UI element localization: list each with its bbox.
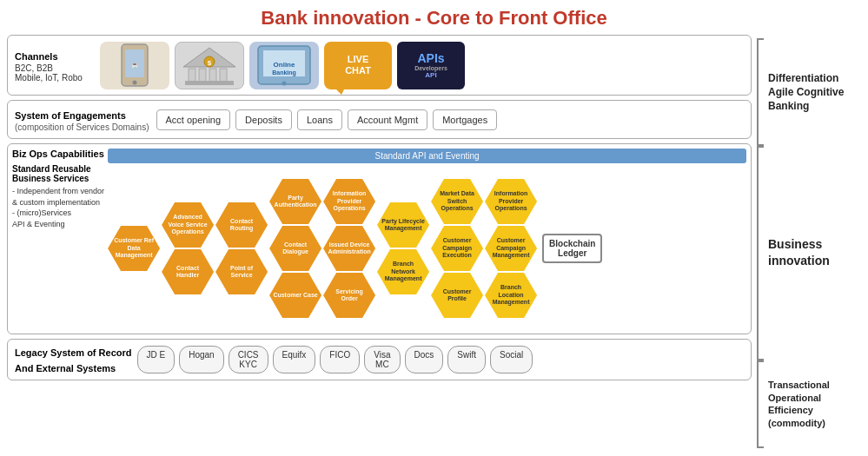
bizops-title: Biz Ops Capabilities xyxy=(12,149,104,159)
bank-building-icon: $ xyxy=(180,43,239,88)
right-labels-column: Differentiation Agile Cognitive Banking … xyxy=(757,35,861,452)
soe-item: Acct opening xyxy=(156,109,231,130)
channels-sublabel: B2C, B2BMobile, IoT, Robo xyxy=(15,63,93,83)
svg-rect-6 xyxy=(209,69,216,83)
legacy-item-hogan: Hogan xyxy=(179,346,223,373)
soe-item: Mortgages xyxy=(433,109,497,130)
business-innovation-label: Business innovation xyxy=(764,146,830,360)
hex-contact-handler: Contact Handler xyxy=(162,249,214,294)
hex-customer-case: Customer Case xyxy=(269,273,321,318)
soe-sublabel: (composition of Services Domains) xyxy=(15,122,149,132)
channel-icon-bank: $ xyxy=(175,42,244,89)
right-label-transactional: Transactional Operational Efficiency (co… xyxy=(757,360,861,448)
legacy-title: Legacy System of RecordAnd External Syst… xyxy=(15,347,132,373)
svg-text:$: $ xyxy=(208,59,212,67)
channel-icon-tablet: Online Banking xyxy=(249,42,319,89)
bizops-left-panel: Biz Ops Capabilities Standard ReusableBu… xyxy=(12,149,104,329)
hex-col-6: Party Lifecycle Management Branch Networ… xyxy=(377,202,429,294)
legacy-label: Legacy System of RecordAnd External Syst… xyxy=(15,344,132,375)
bizops-services-desc: - Independent from vendor& custom implem… xyxy=(12,186,104,229)
legacy-section: Legacy System of RecordAnd External Syst… xyxy=(7,339,752,380)
legacy-item-visa: Visa MC xyxy=(364,346,400,373)
svg-point-2 xyxy=(133,81,137,85)
legacy-item-cics: CICS KYC xyxy=(229,346,268,373)
hex-party-auth: Party Authentication xyxy=(269,179,321,224)
bizops-right-panel: Standard API and Eventing Customer Ref D… xyxy=(108,149,746,329)
hex-voice: Advanced Voice Service Operations xyxy=(162,202,214,248)
hex-col-8: Information Provider Operations Customer… xyxy=(485,179,537,318)
soe-title: System of Engagements xyxy=(15,110,126,121)
mobile-device-icon: ☕ xyxy=(118,43,151,88)
channel-icon-chat: LIVECHAT xyxy=(324,42,392,89)
hex-point-service: Point of Service xyxy=(215,249,268,294)
hex-customer-profile: Customer Profile xyxy=(431,273,483,318)
hex-branch-network: Branch Network Management xyxy=(377,249,429,294)
channel-icon-mobile: ☕ xyxy=(100,42,169,89)
bizops-services-title: Standard ReusableBusiness Services xyxy=(12,164,104,183)
svg-text:☕: ☕ xyxy=(131,61,139,69)
bizops-section: Biz Ops Capabilities Standard ReusableBu… xyxy=(7,143,752,334)
tablet-icon: Online Banking xyxy=(253,43,315,88)
legacy-item-swift: Swift xyxy=(447,346,486,373)
hex-contact-dialogue: Contact Dialogue xyxy=(269,226,321,271)
channel-icon-api: APIs Developers API xyxy=(397,42,465,89)
hex-col-5: Information Provider Operations Issued D… xyxy=(323,179,375,318)
hex-party-lifecycle: Party Lifecycle Management xyxy=(377,202,429,248)
api-bar: Standard API and Eventing xyxy=(108,149,746,163)
svg-text:Online: Online xyxy=(274,61,295,69)
svg-text:Banking: Banking xyxy=(272,69,296,76)
hex-col-4: Party Authentication Contact Dialogue Cu… xyxy=(269,179,321,318)
channels-label: Channels B2C, B2BMobile, IoT, Robo xyxy=(15,48,93,83)
channels-section: Channels B2C, B2BMobile, IoT, Robo ☕ xyxy=(7,35,752,96)
svg-rect-5 xyxy=(199,69,206,83)
legacy-item-fico: FICO xyxy=(320,346,360,373)
page-title: Bank innovation - Core to Front Office xyxy=(0,0,868,35)
blockchain-label: Blockchain Ledger xyxy=(549,239,595,258)
hex-col-2: Advanced Voice Service Operations Contac… xyxy=(162,202,214,294)
transactional-label: Transactional Operational Efficiency (co… xyxy=(764,360,830,448)
hex-customer-ref: Customer Ref Data Management xyxy=(108,226,160,271)
hex-campaign-exec: Customer Campaign Execution xyxy=(431,226,483,271)
legacy-item-equifx: Equifx xyxy=(273,346,316,373)
soe-item: Loans xyxy=(297,109,342,130)
soe-item: Deposits xyxy=(235,109,292,130)
hex-grid: Customer Ref Data Management Advanced Vo… xyxy=(108,168,746,329)
right-label-differentiation: Differentiation Agile Cognitive Banking xyxy=(757,38,861,146)
hex-campaign-mgmt: Customer Campaign Management xyxy=(485,226,537,271)
soe-items-row: Acct opening Deposits Loans Account Mgmt… xyxy=(156,109,745,130)
hex-col-3: Contact Routing Point of Service xyxy=(215,202,268,294)
right-label-business-innovation: Business innovation xyxy=(757,146,861,360)
legacy-item-jde: JD E xyxy=(137,346,176,373)
svg-point-16 xyxy=(282,82,287,86)
hex-info-provider-ops: Information Provider Operations xyxy=(485,179,537,224)
blockchain-ledger: Blockchain Ledger xyxy=(542,234,602,263)
hex-servicing-order: Servicing Order xyxy=(323,273,375,318)
hex-contact-routing: Contact Routing xyxy=(215,202,268,248)
svg-rect-9 xyxy=(185,81,234,85)
soe-label: System of Engagements (composition of Se… xyxy=(15,107,149,132)
hex-branch-location: Branch Location Management xyxy=(485,273,537,318)
differentiation-label: Differentiation Agile Cognitive Banking xyxy=(764,38,844,146)
channels-title: Channels xyxy=(15,51,58,62)
soe-section: System of Engagements (composition of Se… xyxy=(7,100,752,139)
hex-market-data: Market Data Switch Operations xyxy=(431,179,483,224)
svg-rect-4 xyxy=(189,69,195,83)
hex-info-provider: Information Provider Operations xyxy=(323,179,375,224)
hex-col-7: Market Data Switch Operations Customer C… xyxy=(431,179,483,318)
legacy-items-row: JD E Hogan CICS KYC Equifx FICO Visa MC … xyxy=(137,346,745,373)
channel-icons-row: ☕ $ xyxy=(100,42,744,89)
soe-item: Account Mgmt xyxy=(348,109,427,130)
hex-col-1: Customer Ref Data Management xyxy=(108,226,160,271)
svg-rect-7 xyxy=(220,69,227,83)
legacy-item-docs: Docs xyxy=(405,346,444,373)
legacy-item-social: Social xyxy=(490,346,533,373)
hex-issued-device: Issued Device Administration xyxy=(323,226,375,271)
